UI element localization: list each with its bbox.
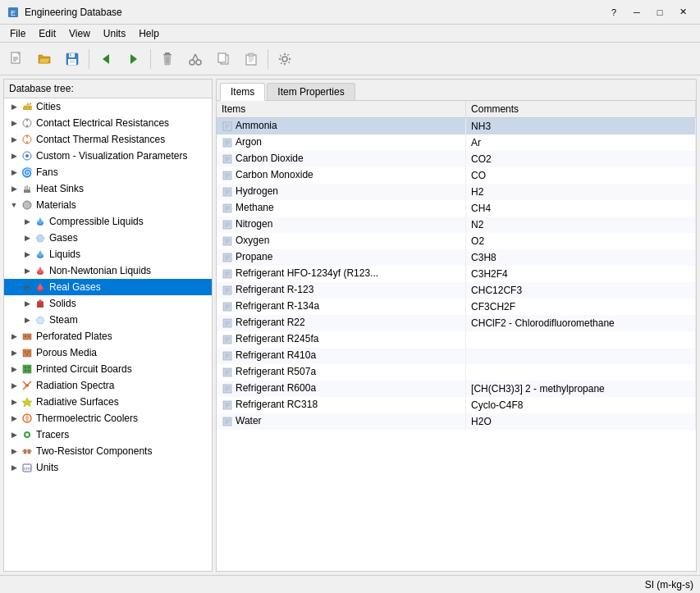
tab-items[interactable]: Items: [220, 83, 265, 101]
forward-button[interactable]: [121, 46, 147, 72]
table-row[interactable]: PropaneC3H8: [217, 249, 696, 266]
tree-item-solids[interactable]: ▶ Solids: [4, 295, 212, 312]
table-row[interactable]: Refrigerant RC318Cyclo-C4F8: [217, 397, 696, 413]
expander-contact-elec[interactable]: ▶: [7, 116, 21, 130]
maximize-btn[interactable]: □: [649, 4, 670, 21]
tab-item-properties[interactable]: Item Properties: [267, 83, 355, 100]
expander-thermoelectric[interactable]: ▶: [7, 412, 21, 425]
tree-item-pcb[interactable]: ▶ Printed Circuit Boards: [4, 361, 212, 377]
tree-item-units[interactable]: ▶ cm Units: [4, 459, 212, 476]
menu-file[interactable]: File: [3, 26, 32, 41]
tree-item-perforated[interactable]: ▶ Perforated Plates: [4, 328, 212, 344]
expander-custom-vis[interactable]: ▶: [7, 149, 21, 162]
toolbar: [0, 43, 700, 75]
tree-item-contact-elec[interactable]: ▶ Contact Electrical Resistances: [4, 115, 212, 131]
open-button[interactable]: [31, 46, 57, 72]
settings-button[interactable]: [272, 46, 298, 72]
table-row[interactable]: AmmoniaNH3: [217, 118, 696, 135]
svg-rect-67: [28, 449, 30, 454]
cell-item-name: Argon: [217, 135, 466, 151]
expander-cities[interactable]: ▶: [7, 100, 21, 113]
svg-rect-40: [27, 185, 29, 190]
tree-item-materials[interactable]: ▼ Materials: [4, 197, 212, 213]
tree-item-heat-sinks[interactable]: ▶ Heat Sinks: [4, 180, 212, 197]
tree-item-comp-liquids[interactable]: ▶ Compressible Liquids: [4, 213, 212, 230]
tree-item-liquids[interactable]: ▶ Liquids: [4, 246, 212, 262]
expander-tracers[interactable]: ▶: [7, 428, 21, 441]
tree-item-radiative[interactable]: ▶ Radiative Surfaces: [4, 394, 212, 410]
tree-item-cities[interactable]: ▶ 🏙 Cities: [4, 98, 212, 115]
table-row[interactable]: ArgonAr: [217, 135, 696, 151]
expander-perforated[interactable]: ▶: [7, 330, 21, 343]
label-gases: Gases: [49, 232, 78, 244]
expander-liquids[interactable]: ▶: [21, 248, 34, 261]
expander-real-gases[interactable]: ▶: [21, 281, 34, 294]
table-row[interactable]: Carbon MonoxideCO: [217, 167, 696, 184]
table-row[interactable]: Refrigerant R507a: [217, 364, 696, 381]
expander-units[interactable]: ▶: [7, 461, 21, 474]
copy-button[interactable]: [210, 46, 236, 72]
menu-edit[interactable]: Edit: [32, 26, 62, 41]
minimize-btn[interactable]: ─: [626, 4, 647, 21]
expander-solids[interactable]: ▶: [21, 297, 34, 310]
svg-line-20: [193, 54, 196, 61]
tree-item-contact-thermal[interactable]: ▶ Contact Thermal Resistances: [4, 131, 212, 148]
save-button[interactable]: [59, 46, 85, 72]
tree-item-fans[interactable]: ▶ 🌀 Fans: [4, 164, 212, 180]
back-button[interactable]: [93, 46, 119, 72]
toolbar-separator-2: [150, 49, 151, 69]
table-row[interactable]: Refrigerant R-123CHC12CF3: [217, 282, 696, 299]
table-row[interactable]: Refrigerant R-134aCF3CH2F: [217, 299, 696, 315]
table-row[interactable]: MethaneCH4: [217, 200, 696, 217]
expander-radiative[interactable]: ▶: [7, 395, 21, 408]
table-row[interactable]: NitrogenN2: [217, 217, 696, 233]
tree-item-gases[interactable]: ▶ Gases: [4, 230, 212, 246]
table-row[interactable]: OxygenO2: [217, 233, 696, 249]
expander-contact-thermal[interactable]: ▶: [7, 133, 21, 146]
table-row[interactable]: Refrigerant R600a[CH(CH3)3] 2 - methylpr…: [217, 381, 696, 397]
cell-item-name: Methane: [217, 200, 466, 217]
tree-item-two-resistor[interactable]: ▶ Two-Resistor Components: [4, 443, 212, 459]
expander-materials[interactable]: ▼: [7, 198, 21, 212]
expander-radiation[interactable]: ▶: [7, 379, 21, 392]
table-row[interactable]: WaterH2O: [217, 413, 696, 430]
icon-radiative: [21, 395, 34, 408]
menu-view[interactable]: View: [62, 26, 97, 41]
paste-button[interactable]: [238, 46, 264, 72]
expander-comp-liquids[interactable]: ▶: [21, 215, 34, 228]
label-steam: Steam: [49, 314, 78, 326]
expander-fans[interactable]: ▶: [7, 166, 21, 179]
tree-item-steam[interactable]: ▶ Steam: [4, 312, 212, 328]
table-row[interactable]: Refrigerant R410a: [217, 348, 696, 364]
icon-liquids: [34, 248, 47, 261]
tree-item-porous[interactable]: ▶ Porous Media: [4, 344, 212, 361]
expander-two-resistor[interactable]: ▶: [7, 445, 21, 458]
cut-button[interactable]: [182, 46, 208, 72]
tree-item-radiation[interactable]: ▶ Radiation Spectra: [4, 377, 212, 394]
label-custom-vis: Custom - Visualization Parameters: [36, 150, 188, 162]
menu-help[interactable]: Help: [132, 26, 166, 41]
delete-button[interactable]: [154, 46, 181, 72]
expander-pcb[interactable]: ▶: [7, 363, 21, 376]
tree-item-custom-vis[interactable]: ▶ Custom - Visualization Parameters: [4, 148, 212, 164]
new-button[interactable]: [3, 46, 30, 72]
tree-item-non-newtonian[interactable]: ▶ Non-Newtonian Liquids: [4, 262, 212, 279]
expander-non-newtonian[interactable]: ▶: [21, 264, 34, 277]
table-row[interactable]: HydrogenH2: [217, 184, 696, 200]
expander-porous[interactable]: ▶: [7, 346, 21, 359]
table-row[interactable]: Carbon DioxideCO2: [217, 151, 696, 167]
tree-header: Database tree:: [4, 80, 212, 98]
expander-heat-sinks[interactable]: ▶: [7, 182, 21, 195]
expander-gases[interactable]: ▶: [21, 231, 34, 244]
tree-item-thermoelectric[interactable]: ▶ Thermoelectric Coolers: [4, 410, 212, 427]
cell-comment: CH4: [466, 200, 696, 217]
table-row[interactable]: Refrigerant HFO-1234yf (R123...C3H2F4: [217, 266, 696, 282]
expander-steam[interactable]: ▶: [21, 313, 34, 326]
menu-units[interactable]: Units: [97, 26, 132, 41]
table-row[interactable]: Refrigerant R22CHClF2 - Chlorodifluorome…: [217, 315, 696, 331]
close-btn[interactable]: ✕: [672, 4, 693, 21]
tree-item-tracers[interactable]: ▶ Tracers: [4, 427, 212, 443]
tree-item-real-gases[interactable]: ▶ Real Gases: [4, 279, 212, 295]
table-row[interactable]: Refrigerant R245fa: [217, 331, 696, 348]
help-btn[interactable]: ?: [603, 4, 625, 21]
